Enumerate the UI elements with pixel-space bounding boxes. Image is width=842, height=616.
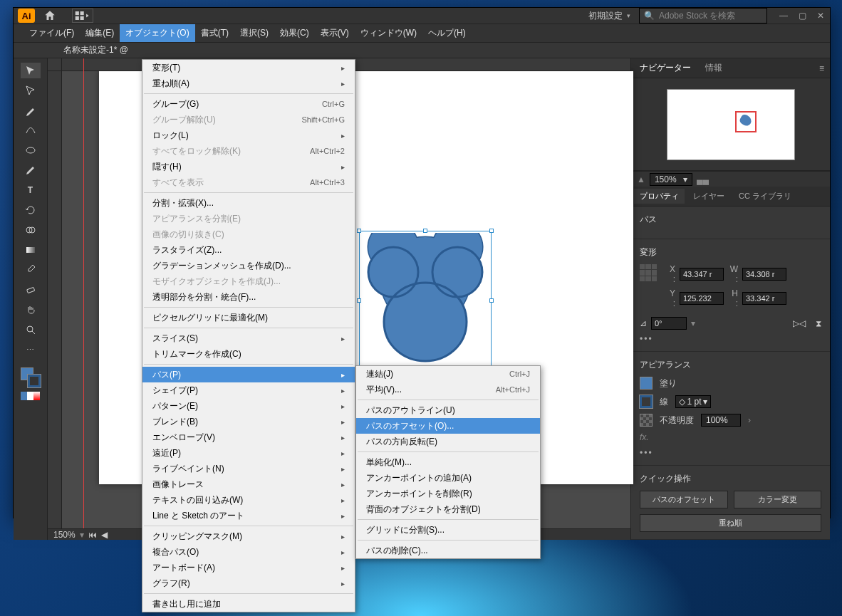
flip-v-icon[interactable]: ⧗ [816,318,821,328]
pen-tool[interactable] [21,103,41,118]
prop-tab-1[interactable]: レイヤー [687,189,730,204]
menu-item[interactable]: トリムマークを作成(C) [142,346,355,362]
menu-item[interactable]: 書き出し用に追加 [142,596,355,612]
menu-item[interactable]: 単純化(M)... [356,454,540,470]
menu-item[interactable]: 平均(V)...Alt+Ctrl+J [356,382,540,397]
zoom-slider-icon[interactable]: ▄▄ [697,174,709,184]
menu-item[interactable]: 隠す(H) [142,159,355,174]
document-tab[interactable]: 名称未設定-1* @ [56,43,135,58]
reference-point[interactable] [640,264,657,281]
menu-item[interactable]: ラスタライズ(Z)... [142,242,355,258]
zoom-out-icon[interactable]: ▲ [637,174,645,184]
ruler-vertical[interactable] [48,71,62,528]
fill-stroke-swatch[interactable] [21,367,41,387]
ruler-origin[interactable] [48,58,62,71]
shape-builder-tool[interactable] [21,222,41,238]
menu-item[interactable]: テキストの回り込み(W) [142,492,355,508]
menu-item[interactable]: パターン(E) [142,398,355,414]
menu-item[interactable]: 分割・拡張(X)... [142,195,355,211]
artboard-nav-back[interactable]: ◀ [101,530,108,540]
gradient-tool[interactable] [21,242,41,258]
menu-ファイル[interactable]: ファイル(F) [24,24,80,42]
menu-item[interactable]: 重ね順(A) [142,75,355,91]
stroke-width-input[interactable]: ◇1 pt▾ [675,395,711,408]
workspace-preset[interactable]: 初期設定 [588,10,630,22]
menu-オブジェクト[interactable]: オブジェクト(O) [120,24,194,42]
nav-zoom-select[interactable]: 150%▾ [650,173,692,186]
menu-item[interactable]: グループ(G)Ctrl+G [142,96,355,112]
menu-item[interactable]: ブレンド(B) [142,414,355,429]
type-tool[interactable]: T [21,182,41,198]
menu-item[interactable]: シェイプ(P) [142,382,355,398]
artboard-nav-prev[interactable]: ⏮ [88,530,97,540]
menu-効果[interactable]: 効果(C) [274,24,315,42]
tab-info[interactable]: 情報 [702,61,725,75]
menu-item[interactable]: グラデーションメッシュを作成(D)... [142,258,355,273]
stroke-swatch[interactable] [640,395,653,408]
menu-表示[interactable]: 表示(V) [315,24,355,42]
menu-item[interactable]: パスのオフセット(O)... [356,418,540,434]
h-input[interactable]: 33.342 r [742,292,786,305]
draw-mode[interactable] [21,392,41,400]
menu-編集[interactable]: 編集(E) [80,24,120,42]
menu-item[interactable]: Line と Sketch のアート [142,508,355,523]
tab-navigator[interactable]: ナビゲーター [637,61,694,75]
selection-tool[interactable] [21,63,41,78]
menu-item[interactable]: スライス(S) [142,330,355,346]
workspace-switcher-icon[interactable] [72,9,93,23]
menu-item[interactable]: 変形(T) [142,60,355,75]
menu-item[interactable]: 透明部分を分割・統合(F)... [142,289,355,305]
menu-ウィンドウ[interactable]: ウィンドウ(W) [355,24,422,42]
fx-button[interactable]: fx. [640,432,649,442]
menu-item[interactable]: 複合パス(O) [142,544,355,560]
curvature-tool[interactable] [21,122,41,138]
menu-item[interactable]: 背面のオブジェクトを分割(D) [356,501,540,517]
maximize-button[interactable]: ▢ [797,11,807,21]
transform-more[interactable]: ••• [640,334,821,344]
hand-tool[interactable] [21,302,41,318]
menu-選択[interactable]: 選択(S) [234,24,274,42]
menu-item[interactable]: パスのアウトライン(U) [356,402,540,418]
opacity-swatch[interactable] [640,414,653,427]
menu-item[interactable]: クリッピングマスク(M) [142,528,355,544]
menu-item[interactable]: グリッドに分割(S)... [356,522,540,538]
prop-tab-2[interactable]: CC ライブラリ [733,189,797,204]
direct-selection-tool[interactable] [21,83,41,98]
selected-shape[interactable] [361,233,489,370]
menu-item[interactable]: グラフ(R) [142,575,355,591]
menu-item[interactable]: アンカーポイントを削除(R) [356,486,540,501]
arrange-button[interactable]: 重ね順 [640,514,821,532]
menu-item[interactable]: エンベロープ(V) [142,429,355,445]
menu-item[interactable]: アンカーポイントの追加(A) [356,470,540,486]
panel-menu-icon[interactable]: ≡ [819,63,824,73]
offset-path-button[interactable]: パスのオフセット [640,491,728,508]
menu-item[interactable]: パスの削除(C)... [356,543,540,558]
recolor-button[interactable]: カラー変更 [734,491,822,508]
menu-item[interactable]: ピクセルグリッドに最適化(M) [142,310,355,325]
toolbar-more[interactable]: ⋯ [21,342,41,357]
opacity-input[interactable]: 100% [701,414,741,427]
close-button[interactable]: ✕ [816,11,826,21]
navigator-preview[interactable] [631,78,830,171]
menu-ヘルプ[interactable]: ヘルプ(H) [422,24,472,42]
menu-item[interactable]: パス(P) [142,367,355,382]
angle-input[interactable]: 0° [651,317,687,330]
eyedropper-tool[interactable] [21,262,41,278]
menu-item[interactable]: 画像トレース [142,476,355,492]
x-input[interactable]: 43.347 r [680,268,724,281]
prop-tab-0[interactable]: プロパティ [634,189,685,204]
flip-h-icon[interactable]: ▷◁ [793,318,806,328]
menu-item[interactable]: アートボード(A) [142,560,355,575]
menu-item[interactable]: ライブペイント(N) [142,461,355,476]
zoom-readout[interactable]: 150% [53,530,76,540]
y-input[interactable]: 125.232 [680,292,724,305]
rotate-tool[interactable] [21,202,41,218]
menu-item[interactable]: ロック(L) [142,127,355,143]
menu-書式[interactable]: 書式(T) [195,24,234,42]
fill-swatch[interactable] [640,377,653,390]
stock-search-input[interactable]: 🔍 Adobe Stock を検索 [639,8,767,24]
home-icon[interactable] [42,9,58,23]
menu-item[interactable]: 遠近(P) [142,445,355,461]
paintbrush-tool[interactable] [21,162,41,178]
zoom-tool[interactable] [21,322,41,338]
